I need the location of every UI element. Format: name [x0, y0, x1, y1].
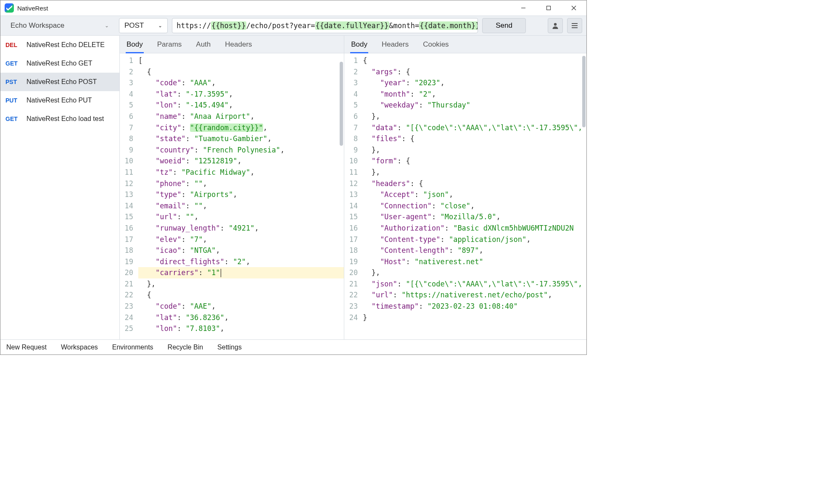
workspace-name: Echo Workspace [11, 21, 64, 30]
tab-cookies[interactable]: Cookies [422, 37, 449, 53]
url-variable: {{date.fullYear}} [315, 21, 389, 30]
toolbar: Echo Workspace ⌄ POST ⌄ https://{{host}}… [0, 16, 586, 36]
menu-button[interactable] [567, 18, 582, 33]
titlebar: NativeRest [0, 0, 586, 16]
url-variable: {{host}} [211, 21, 246, 30]
minimize-button[interactable] [511, 0, 536, 16]
url-input[interactable]: https://{{host}}/echo/post?year={{date.f… [172, 18, 478, 33]
person-icon [552, 22, 559, 29]
request-item[interactable]: GETNativeRest Echo load test [0, 110, 119, 128]
account-button[interactable] [548, 18, 563, 33]
method-badge: GET [5, 60, 21, 67]
minimize-icon [521, 5, 526, 10]
request-label: NativeRest Echo load test [26, 115, 104, 123]
tab-headers[interactable]: Headers [224, 37, 253, 53]
line-gutter: 123456789101112131415161718192021222324 [344, 53, 361, 339]
footer-link-settings[interactable]: Settings [217, 344, 242, 351]
chevron-down-icon: ⌄ [158, 23, 162, 29]
footer-bar: New RequestWorkspacesEnvironmentsRecycle… [0, 339, 586, 354]
code-area: { "args": { "year": "2023", "month": "2"… [361, 53, 586, 339]
main-area: DELNativeRest Echo DELETEGETNativeRest E… [0, 36, 586, 339]
response-tabs: BodyHeadersCookies [344, 36, 586, 53]
tab-params[interactable]: Params [156, 37, 183, 53]
tab-auth[interactable]: Auth [195, 37, 211, 53]
svg-rect-1 [547, 6, 551, 10]
request-label: NativeRest Echo DELETE [26, 41, 105, 49]
hamburger-icon [571, 22, 578, 29]
method-badge: DEL [5, 42, 21, 48]
method-badge: PST [5, 79, 21, 85]
workspace-select[interactable]: Echo Workspace ⌄ [5, 18, 115, 33]
request-pane: BodyParamsAuthHeaders 123456789101112131… [120, 36, 344, 339]
maximize-button[interactable] [536, 0, 561, 16]
footer-link-workspaces[interactable]: Workspaces [61, 344, 98, 351]
tab-body[interactable]: Body [350, 37, 368, 53]
method-value: POST [124, 21, 144, 30]
request-item[interactable]: GETNativeRest Echo GET [0, 54, 119, 73]
chevron-down-icon: ⌄ [105, 23, 109, 29]
window-controls [511, 0, 586, 16]
app-window: NativeRest Echo Workspace ⌄ POST ⌄ https… [0, 0, 587, 355]
request-item[interactable]: DELNativeRest Echo DELETE [0, 36, 119, 54]
request-label: NativeRest Echo POST [26, 78, 97, 86]
method-badge: PUT [5, 97, 21, 104]
close-icon [571, 5, 576, 10]
send-button[interactable]: Send [482, 18, 526, 33]
footer-link-recycle-bin[interactable]: Recycle Bin [168, 344, 203, 351]
code-area[interactable]: [ { "code": "AAA", "lat": "-17.3595", "l… [137, 53, 344, 339]
tab-body[interactable]: Body [126, 37, 144, 53]
footer-link-environments[interactable]: Environments [112, 344, 153, 351]
panes: BodyParamsAuthHeaders 123456789101112131… [120, 36, 586, 339]
request-body-editor[interactable]: 1234567891011121314151617181920212223242… [120, 53, 344, 339]
url-variable: {{date.month}} [419, 21, 478, 30]
request-list: DELNativeRest Echo DELETEGETNativeRest E… [0, 36, 120, 339]
scrollbar-thumb[interactable] [582, 56, 586, 127]
request-item[interactable]: PSTNativeRest Echo POST [0, 73, 119, 91]
close-button[interactable] [561, 0, 586, 16]
request-label: NativeRest Echo PUT [26, 97, 92, 104]
request-tabs: BodyParamsAuthHeaders [120, 36, 344, 53]
method-select[interactable]: POST ⌄ [119, 18, 168, 33]
footer-link-new-request[interactable]: New Request [6, 344, 47, 351]
response-body-viewer[interactable]: 123456789101112131415161718192021222324 … [344, 53, 586, 339]
request-item[interactable]: PUTNativeRest Echo PUT [0, 91, 119, 110]
maximize-icon [546, 5, 551, 10]
app-title: NativeRest [17, 5, 48, 12]
response-pane: BodyHeadersCookies 123456789101112131415… [344, 36, 586, 339]
scrollbar-thumb[interactable] [340, 62, 343, 146]
method-badge: GET [5, 116, 21, 122]
line-gutter: 1234567891011121314151617181920212223242… [120, 53, 137, 339]
request-label: NativeRest Echo GET [26, 60, 92, 67]
svg-point-4 [554, 23, 557, 26]
tab-headers[interactable]: Headers [381, 37, 409, 53]
app-logo-icon [5, 3, 14, 13]
